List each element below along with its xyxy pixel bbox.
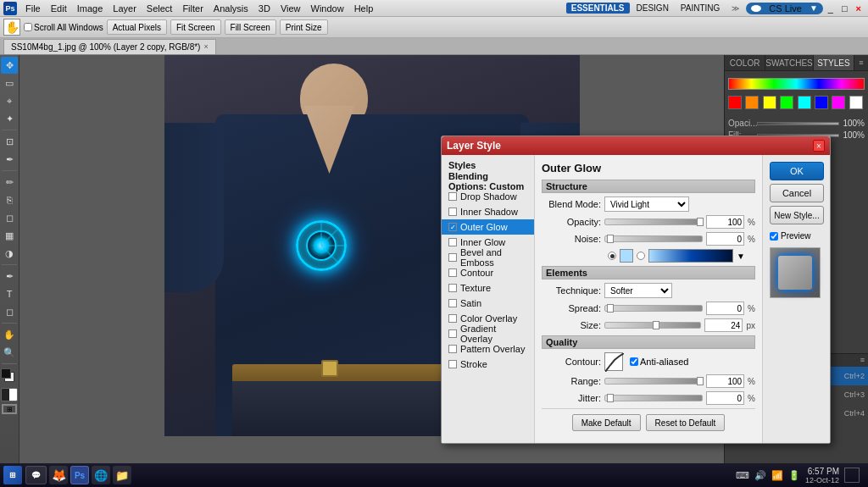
- tool-brush[interactable]: ✏: [1, 174, 18, 191]
- tool-wand[interactable]: ✦: [1, 110, 18, 127]
- tab-swatches[interactable]: SWATCHES: [765, 55, 814, 70]
- show-desktop-btn[interactable]: [844, 468, 860, 483]
- tool-eraser[interactable]: ◻: [1, 209, 18, 226]
- tool-clone[interactable]: ⎘: [1, 191, 18, 208]
- dialog-close-btn[interactable]: ×: [813, 140, 825, 152]
- maximize-btn[interactable]: □: [838, 3, 851, 14]
- fit-screen-btn[interactable]: Fit Screen: [170, 19, 221, 35]
- channels-options-btn[interactable]: ≡: [857, 354, 868, 367]
- taskbar-chat[interactable]: 💬: [25, 466, 47, 484]
- blend-mode-select[interactable]: Vivid Light: [604, 196, 689, 212]
- tool-lasso[interactable]: ⌖: [1, 92, 18, 109]
- tool-move[interactable]: ✥: [1, 57, 18, 74]
- workspace-essentials[interactable]: ESSENTIALS: [566, 3, 630, 14]
- menu-window[interactable]: Window: [306, 3, 349, 14]
- opacity-slider[interactable]: [604, 219, 703, 225]
- opacity-slider-thumb[interactable]: [697, 218, 704, 226]
- tool-text[interactable]: T: [1, 285, 18, 302]
- panel-options-btn[interactable]: ≡: [854, 55, 868, 70]
- size-slider[interactable]: [604, 322, 701, 329]
- tool-hand[interactable]: ✋: [1, 326, 18, 343]
- menu-image[interactable]: Image: [72, 3, 108, 14]
- opacity-slider[interactable]: [757, 122, 839, 125]
- swatch-orange[interactable]: [745, 96, 759, 109]
- menu-3d[interactable]: 3D: [253, 3, 275, 14]
- print-size-btn[interactable]: Print Size: [280, 19, 328, 35]
- anti-alias-checkbox[interactable]: [630, 357, 638, 366]
- noise-input[interactable]: [706, 232, 744, 246]
- inner-shadow-checkbox[interactable]: [448, 208, 457, 216]
- screen-mode-btn[interactable]: ⊞: [2, 404, 17, 414]
- texture-checkbox[interactable]: [448, 284, 457, 292]
- spread-slider[interactable]: [604, 305, 703, 312]
- noise-slider[interactable]: [604, 235, 703, 242]
- tool-zoom[interactable]: 🔍: [1, 344, 18, 361]
- taskbar-firefox[interactable]: 🦊: [49, 466, 68, 484]
- tab-color[interactable]: COLOR: [725, 55, 765, 70]
- swatch-green[interactable]: [780, 96, 793, 109]
- foreground-color[interactable]: [1, 368, 11, 379]
- gradient-overlay-checkbox[interactable]: [448, 329, 457, 338]
- inner-glow-checkbox[interactable]: [448, 238, 457, 246]
- scroll-all-checkbox[interactable]: [24, 23, 32, 31]
- size-input[interactable]: [704, 318, 743, 332]
- new-style-btn[interactable]: New Style...: [770, 206, 824, 224]
- tool-dodge[interactable]: ◑: [1, 245, 18, 262]
- satin-checkbox[interactable]: [448, 299, 457, 307]
- quick-mask-btn[interactable]: [1, 388, 18, 401]
- contour-checkbox[interactable]: [448, 268, 457, 277]
- bevel-emboss-item[interactable]: Bevel and Emboss: [442, 250, 534, 265]
- fill-screen-btn[interactable]: Fill Screen: [225, 19, 276, 35]
- size-slider-thumb[interactable]: [653, 321, 659, 329]
- document-tab[interactable]: SS10M4bg_1.jpg @ 100% (Layer 2 copy, RGB…: [3, 39, 216, 54]
- drop-shadow-checkbox[interactable]: [448, 192, 457, 201]
- tool-shape[interactable]: ◻: [1, 303, 18, 320]
- battery-icon[interactable]: 🔋: [788, 470, 800, 481]
- dialog-title-bar[interactable]: Layer Style ×: [442, 136, 830, 155]
- texture-item[interactable]: Texture: [442, 280, 534, 296]
- cs-live-btn[interactable]: CS Live▼: [746, 3, 822, 14]
- cancel-btn[interactable]: Cancel: [770, 184, 824, 202]
- range-input[interactable]: [706, 374, 744, 388]
- jitter-slider[interactable]: [604, 395, 703, 401]
- hue-spectrum[interactable]: [728, 78, 865, 90]
- jitter-slider-thumb[interactable]: [607, 394, 614, 402]
- minimize-btn[interactable]: _: [825, 3, 837, 14]
- anti-alias-label[interactable]: Anti-aliased: [630, 357, 688, 367]
- taskbar-folder[interactable]: 📁: [113, 466, 131, 484]
- outer-glow-checkbox[interactable]: ✓: [448, 223, 457, 231]
- volume-icon[interactable]: 🔊: [754, 470, 766, 481]
- close-btn[interactable]: ×: [853, 3, 865, 14]
- start-btn[interactable]: ⊞: [3, 466, 22, 484]
- tool-eyedropper[interactable]: ✒: [1, 151, 18, 168]
- tool-pen[interactable]: ✒: [1, 268, 18, 285]
- swatch-blue[interactable]: [815, 96, 828, 109]
- blending-options-item[interactable]: Blending Options: Custom: [442, 174, 534, 189]
- actual-pixels-btn[interactable]: Actual Pixels: [107, 19, 167, 35]
- swatch-red[interactable]: [728, 96, 742, 109]
- color-radio-2[interactable]: [637, 252, 645, 260]
- tool-crop[interactable]: ⊡: [1, 133, 18, 150]
- menu-view[interactable]: View: [275, 3, 306, 14]
- gradient-arrow[interactable]: ▼: [737, 252, 745, 261]
- color-radio-1[interactable]: [608, 252, 616, 260]
- swatch-cyan[interactable]: [798, 96, 811, 109]
- tab-close[interactable]: ×: [203, 42, 208, 51]
- contour-thumbnail[interactable]: [604, 352, 623, 371]
- scroll-all-check[interactable]: Scroll All Windows: [24, 23, 103, 32]
- gradient-bar[interactable]: [648, 249, 733, 263]
- make-default-btn[interactable]: Make Default: [572, 414, 641, 431]
- menu-edit[interactable]: Edit: [46, 3, 72, 14]
- menu-analysis[interactable]: Analysis: [209, 3, 253, 14]
- opacity-input[interactable]: [706, 215, 744, 229]
- outer-glow-item[interactable]: ✓ Outer Glow: [442, 219, 534, 235]
- stroke-checkbox[interactable]: [448, 360, 457, 368]
- range-slider[interactable]: [604, 378, 703, 385]
- menu-layer[interactable]: Layer: [108, 3, 142, 14]
- keyboard-icon[interactable]: ⌨: [736, 470, 749, 481]
- preview-checkbox[interactable]: [770, 232, 778, 241]
- foreground-background-colors[interactable]: [1, 368, 18, 385]
- color-overlay-checkbox[interactable]: [448, 314, 457, 323]
- taskbar-ps-active[interactable]: Ps: [70, 466, 89, 484]
- inner-shadow-item[interactable]: Inner Shadow: [442, 204, 534, 219]
